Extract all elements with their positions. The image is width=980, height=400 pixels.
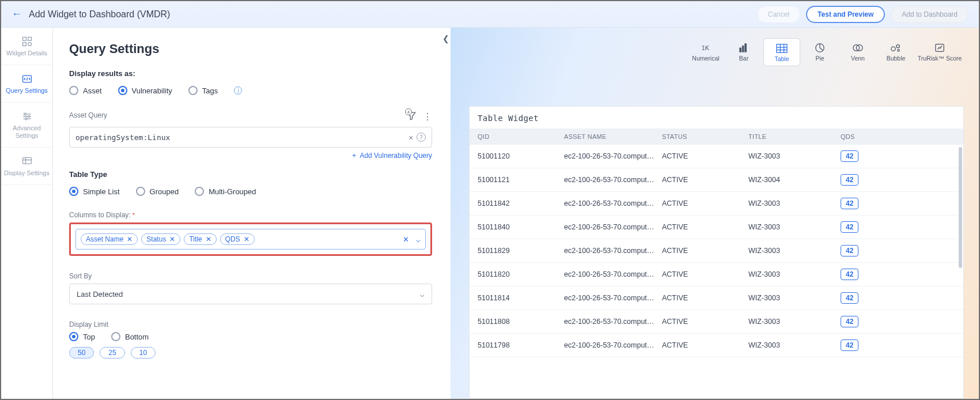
cell-asset: ec2-100-26-53-70.comput…: [564, 270, 662, 278]
table-row[interactable]: 51011820ec2-100-26-53-70.comput…ACTIVEWI…: [470, 263, 963, 286]
add-to-dashboard-button[interactable]: Add to Dashboard: [891, 6, 968, 23]
display-limit-radios: Top Bottom: [69, 332, 432, 341]
radio-label: Multi-Grouped: [209, 187, 256, 196]
table-row[interactable]: 51011808ec2-100-26-53-70.comput…ACTIVEWI…: [470, 310, 963, 334]
query-menu-icon[interactable]: ⋮: [423, 111, 432, 122]
filter-icon[interactable]: 4: [406, 110, 417, 123]
columns-to-display-highlight: Asset Name✕ Status✕ Title✕ QDS✕ ✕ ⌵: [69, 222, 432, 256]
display-settings-icon: [21, 156, 33, 167]
cell-asset: ec2-100-26-53-70.comput…: [564, 341, 662, 349]
svg-point-6: [28, 115, 29, 117]
chart-type-switcher: 1K Numerical Bar Table Pie Venn: [687, 38, 964, 66]
svg-rect-13: [777, 44, 787, 52]
wizard-steps: Widget Details Query Settings Advanced S…: [1, 28, 53, 399]
test-preview-button[interactable]: Test and Preview: [806, 6, 885, 23]
cell-title: WIZ-3003: [748, 247, 841, 255]
remove-chip-icon[interactable]: ✕: [244, 235, 249, 243]
cancel-button[interactable]: Cancel: [757, 6, 800, 23]
table-row[interactable]: 51001121ec2-100-26-53-70.comput…ACTIVEWI…: [470, 168, 963, 192]
chart-type-bubble[interactable]: Bubble: [877, 38, 914, 66]
remove-chip-icon[interactable]: ✕: [169, 235, 175, 243]
svg-rect-0: [22, 37, 26, 41]
sort-by-value: Last Detected: [77, 290, 123, 299]
columns-dropdown-icon[interactable]: ⌵: [416, 235, 421, 244]
svg-rect-11: [742, 46, 744, 52]
radio-grouped[interactable]: Grouped: [136, 187, 179, 196]
svg-rect-1: [28, 37, 31, 41]
columns-clear-icon[interactable]: ✕: [403, 235, 409, 244]
cell-qid: 51001121: [478, 176, 564, 184]
table-icon: [775, 43, 788, 54]
cell-qid: 51001120: [478, 152, 564, 160]
table-row[interactable]: 51011840ec2-100-26-53-70.comput…ACTIVEWI…: [470, 216, 963, 239]
chart-type-trurisk[interactable]: TruRisk™ Score: [915, 38, 964, 66]
table-type-label: Table Type: [69, 170, 432, 179]
radio-top[interactable]: Top: [69, 332, 95, 341]
radio-tags[interactable]: Tags: [188, 86, 218, 95]
table-body[interactable]: 51001120ec2-100-26-53-70.comput…ACTIVEWI…: [470, 145, 963, 357]
chart-type-bar[interactable]: Bar: [725, 38, 762, 66]
cell-status: ACTIVE: [662, 270, 748, 278]
th-qds: QDS: [841, 133, 955, 140]
asset-query-input[interactable]: operatingSystem:Linux ✕ ?: [69, 127, 432, 148]
sort-by-label: Sort By: [69, 272, 432, 280]
cell-status: ACTIVE: [662, 341, 748, 349]
radio-simple-list[interactable]: Simple List: [69, 187, 120, 196]
step-widget-details[interactable]: Widget Details: [1, 28, 52, 65]
back-arrow-icon[interactable]: ←: [12, 8, 22, 20]
th-title: TITLE: [748, 133, 841, 140]
limit-50[interactable]: 50: [69, 347, 94, 359]
svg-rect-8: [22, 157, 31, 164]
remove-chip-icon[interactable]: ✕: [127, 235, 133, 243]
step-label: Advanced Settings: [3, 124, 50, 141]
cell-title: WIZ-3003: [748, 341, 841, 349]
cell-title: WIZ-3003: [748, 152, 841, 160]
table-row[interactable]: 51001120ec2-100-26-53-70.comput…ACTIVEWI…: [470, 145, 963, 168]
limit-10[interactable]: 10: [131, 347, 156, 359]
step-advanced-settings[interactable]: Advanced Settings: [1, 103, 52, 148]
cell-status: ACTIVE: [662, 152, 748, 160]
column-chip-status: Status✕: [141, 233, 180, 245]
sort-by-select[interactable]: Last Detected ⌵: [69, 284, 432, 304]
info-icon[interactable]: i: [234, 86, 242, 95]
radio-vulnerability[interactable]: Vulnerability: [118, 86, 172, 95]
asset-query-value: operatingSystem:Linux: [75, 133, 405, 142]
clear-query-icon[interactable]: ✕: [408, 133, 413, 142]
limit-25[interactable]: 25: [100, 347, 124, 359]
radio-bottom[interactable]: Bottom: [111, 332, 149, 341]
table-row[interactable]: 51011829ec2-100-26-53-70.comput…ACTIVEWI…: [470, 239, 963, 263]
cell-status: ACTIVE: [662, 318, 748, 326]
chart-type-table[interactable]: Table: [763, 38, 800, 66]
cell-asset: ec2-100-26-53-70.comput…: [564, 223, 662, 231]
step-display-settings[interactable]: Display Settings: [1, 148, 52, 185]
cell-title: WIZ-3004: [748, 176, 841, 184]
radio-asset[interactable]: Asset: [69, 86, 102, 95]
table-row[interactable]: 51011814ec2-100-26-53-70.comput…ACTIVEWI…: [470, 286, 963, 310]
cell-title: WIZ-3003: [748, 294, 841, 302]
cell-status: ACTIVE: [662, 247, 748, 255]
radio-label: Grouped: [150, 187, 179, 196]
cell-title: WIZ-3003: [748, 318, 841, 326]
collapse-panel-icon[interactable]: ❮: [441, 32, 451, 45]
step-query-settings[interactable]: Query Settings: [1, 65, 52, 103]
chart-type-pie[interactable]: Pie: [801, 38, 838, 66]
table-row[interactable]: 51011798ec2-100-26-53-70.comput…ACTIVEWI…: [470, 334, 963, 357]
table-header-row: QID ASSET NAME STATUS TITLE QDS: [470, 129, 963, 145]
bar-icon: [737, 43, 750, 53]
chart-type-venn[interactable]: Venn: [839, 38, 876, 66]
cell-asset: ec2-100-26-53-70.comput…: [564, 199, 662, 207]
remove-chip-icon[interactable]: ✕: [206, 235, 211, 243]
query-help-icon[interactable]: ?: [417, 133, 426, 142]
section-title: Query Settings: [69, 41, 432, 56]
numerical-icon: 1K: [699, 43, 712, 53]
pie-icon: [813, 43, 826, 53]
add-vulnerability-query-link[interactable]: + Add Vulnerability Query: [352, 152, 432, 160]
radio-multi-grouped[interactable]: Multi-Grouped: [195, 187, 256, 196]
cell-qds: 42: [841, 221, 955, 233]
columns-multiselect[interactable]: Asset Name✕ Status✕ Title✕ QDS✕ ✕ ⌵: [75, 229, 426, 250]
svg-point-5: [24, 113, 26, 115]
dialog-header: ← Add Widget to Dashboard (VMDR) Cancel …: [1, 1, 979, 28]
table-row[interactable]: 51011842ec2-100-26-53-70.comput…ACTIVEWI…: [470, 192, 963, 216]
column-chip-qds: QDS✕: [220, 233, 255, 245]
chart-type-numerical[interactable]: 1K Numerical: [687, 38, 724, 66]
